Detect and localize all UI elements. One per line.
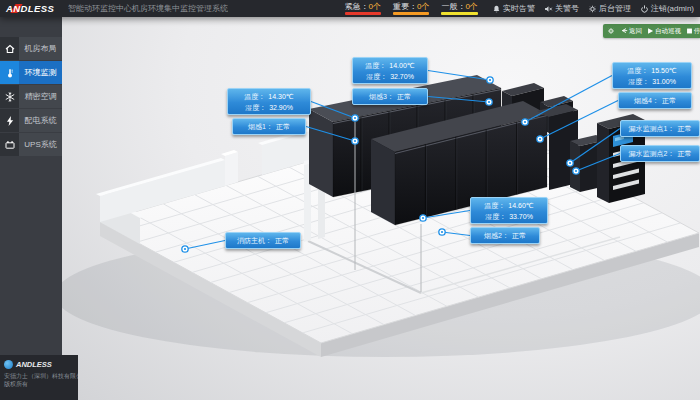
sidebar: 机房布局 环境监测 精密空调 配电系统 UPS系统 [0, 17, 62, 355]
badge-label: 一般：0个 [441, 2, 477, 11]
scene-line [428, 71, 490, 81]
app-logo: ANDLESS [0, 0, 62, 17]
network-rack [597, 114, 645, 203]
auto-patrol-button[interactable]: 自动巡视 [647, 27, 681, 36]
stop-icon [686, 27, 693, 35]
menu-item-realtime-alarm[interactable]: 实时告警 [492, 3, 535, 14]
menu-label: 关警号 [555, 3, 579, 14]
mute-icon [544, 4, 553, 14]
callout-marker-dot [539, 138, 541, 140]
snowflake-icon [0, 85, 19, 108]
alarm-badge-urgent[interactable]: 紧急：0个 [345, 2, 381, 15]
badge-underline [393, 12, 429, 15]
alarm-badge-important[interactable]: 重要：0个 [393, 2, 429, 15]
back-label: 返回 [629, 27, 642, 36]
footer-logo: ANDLESS [4, 360, 74, 369]
badge-underline [345, 12, 381, 15]
callout-marker-dot [422, 217, 424, 219]
sidebar-item-label: 环境监测 [19, 61, 62, 84]
menu-item-logout[interactable]: 注销(admin) [640, 3, 694, 14]
sidebar-item-label: 配电系统 [19, 109, 62, 132]
sidebar-item-env-monitor[interactable]: 环境监测 [0, 61, 62, 84]
header-menu: 实时告警 关警号 后台管理 注销(admin) [492, 3, 694, 14]
power-icon [640, 4, 649, 14]
callout-marker-dot [184, 248, 186, 250]
callout-marker-dot [575, 170, 577, 172]
footer-logo-icon [4, 360, 13, 369]
sidebar-item-label: UPS系统 [19, 133, 62, 156]
callout-marker-dot [489, 79, 491, 81]
stop-button[interactable]: 停止 [686, 27, 700, 36]
gear-icon [607, 27, 615, 35]
callout-marker-dot [354, 117, 356, 119]
app-root: ANDLESS 智能动环监控中心机房环境集中监控管理系统 紧急：0个 重要：0个… [0, 0, 700, 400]
footer-company: 安德力士（深圳）科技有限公司 [4, 372, 74, 380]
main-view: 温度：14.00℃湿度：32.70%烟感3：正常温度：14.30℃湿度：32.9… [62, 17, 700, 400]
menu-item-mute-alarm[interactable]: 关警号 [544, 3, 579, 14]
menu-label: 注销(admin) [651, 3, 694, 14]
thermometer-icon [0, 61, 19, 84]
callout-marker-dot [441, 231, 443, 233]
footer: ANDLESS 安德力士（深圳）科技有限公司 版权所有 [0, 355, 78, 400]
badge-label: 紧急：0个 [345, 2, 381, 11]
callout-marker-dot [488, 101, 490, 103]
auto-patrol-label: 自动巡视 [655, 27, 681, 36]
sidebar-item-label: 精密空调 [19, 85, 62, 108]
menu-item-admin[interactable]: 后台管理 [588, 3, 631, 14]
alarm-badge-general[interactable]: 一般：0个 [441, 2, 477, 15]
stop-label: 停止 [694, 27, 700, 36]
view-settings-button[interactable] [607, 27, 615, 35]
alarm-badges: 紧急：0个 重要：0个 一般：0个 [345, 2, 478, 15]
header: ANDLESS 智能动环监控中心机房环境集中监控管理系统 紧急：0个 重要：0个… [0, 0, 700, 17]
menu-label: 实时告警 [503, 3, 535, 14]
sidebar-item-ups[interactable]: UPS系统 [0, 133, 62, 156]
bell-icon [492, 4, 501, 14]
callout-marker-dot [524, 121, 526, 123]
scene-3d-view[interactable] [62, 17, 700, 400]
callout-marker-dot [354, 140, 356, 142]
bolt-icon [0, 109, 19, 132]
home-icon [0, 37, 19, 60]
sidebar-item-power-dist[interactable]: 配电系统 [0, 109, 62, 132]
back-button[interactable]: 返回 [620, 27, 642, 36]
badge-label: 重要：0个 [393, 2, 429, 11]
view-toolbar: 返回 自动巡视 停止 [603, 24, 700, 38]
page-title: 智能动环监控中心机房环境集中监控管理系统 [68, 3, 228, 14]
play-icon [647, 27, 654, 35]
badge-underline [441, 12, 477, 15]
sidebar-item-room-layout[interactable]: 机房布局 [0, 37, 62, 60]
footer-logo-text: ANDLESS [16, 360, 52, 369]
menu-label: 后台管理 [599, 3, 631, 14]
back-arrow-icon [620, 27, 628, 35]
sidebar-item-precision-ac[interactable]: 精密空调 [0, 85, 62, 108]
gear-icon [588, 4, 597, 14]
battery-icon [0, 133, 19, 156]
sidebar-item-label: 机房布局 [19, 37, 62, 60]
logo-text: ANDLESS [6, 3, 54, 14]
callout-marker-dot [569, 162, 571, 164]
footer-rights: 版权所有 [4, 380, 74, 388]
